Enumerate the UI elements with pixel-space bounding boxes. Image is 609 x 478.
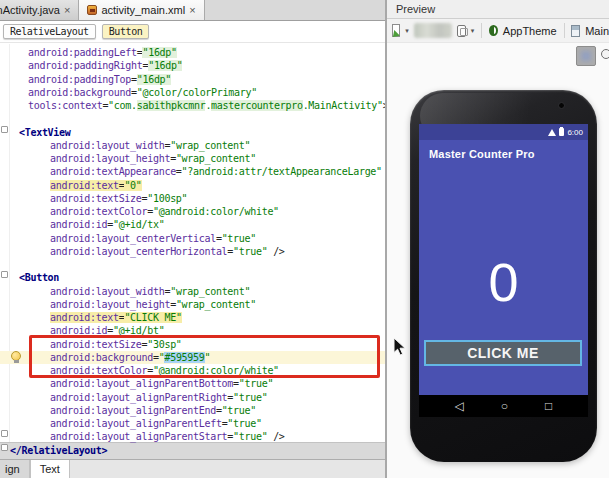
theme-icon <box>489 25 498 36</box>
code-line: android:layout_alignParentBottom="true" <box>0 377 385 390</box>
tab-label: ainActivity.java <box>0 4 60 16</box>
intention-bulb-icon[interactable] <box>11 351 21 364</box>
render-config-icon[interactable] <box>392 24 400 37</box>
home-icon: ○ <box>501 400 508 412</box>
layout-body: 0 CLICK ME <box>419 168 588 395</box>
code-line: android:textSize="100sp" <box>0 192 385 205</box>
fold-marker-icon[interactable] <box>1 444 8 451</box>
recents-icon: □ <box>545 400 552 412</box>
code-line: android:textColor="@android:color/white" <box>0 205 385 218</box>
code-line: android:layout_alignParentRight="true" <box>0 391 385 404</box>
code-line: android:layout_alignParentLeft="true" <box>0 417 385 430</box>
code-line: android:layout_height="wrap_content" <box>0 152 385 165</box>
close-icon[interactable]: × <box>189 5 195 16</box>
code-line: android:layout_width="wrap_content" <box>0 139 385 152</box>
tab-design-label: ign <box>5 463 20 475</box>
code-line: android:layout_alignParentStart="true" /… <box>0 430 385 443</box>
code-line: android:layout_alignParentEnd="true" <box>0 404 385 417</box>
tab-label: activity_main.xml <box>101 4 185 16</box>
xml-code-editor[interactable]: android:paddingLeft="16dp"android:paddin… <box>0 44 385 459</box>
toolbar-separator <box>564 23 565 38</box>
device-selector-blurred[interactable] <box>414 23 452 38</box>
tab-text[interactable]: Text <box>30 460 70 478</box>
code-line: android:text="CLICK ME" <box>0 311 385 324</box>
fold-marker-icon[interactable] <box>1 126 8 133</box>
code-line <box>0 112 385 125</box>
code-line: android:paddingRight="16dp" <box>0 59 385 72</box>
code-line: android:background="@color/colorPrimary" <box>0 86 385 99</box>
code-line: android:paddingTop="16dp" <box>0 73 385 86</box>
wifi-icon <box>548 129 556 136</box>
tab-activity-main-xml[interactable]: activity_main.xml × <box>79 0 204 20</box>
battery-icon <box>559 128 564 136</box>
code-line: android:text="0" <box>0 179 385 192</box>
editor-mode-tabs: ign Text <box>0 459 385 478</box>
close-icon[interactable]: × <box>64 5 70 16</box>
counter-textview[interactable]: 0 <box>488 255 518 309</box>
preview-pane: Preview ▾ ▾ AppTheme Main <box>385 0 609 478</box>
preview-panel-title: Preview <box>387 0 609 19</box>
phone-screen: 6:00 Master Counter Pro 0 CLICK ME ◁ ○ □ <box>419 124 588 417</box>
clickme-button[interactable]: CLICK ME <box>424 340 582 366</box>
breadcrumb: RelativeLayout Button <box>0 21 385 43</box>
chevron-down-icon[interactable]: ▾ <box>405 27 409 35</box>
breadcrumb-button[interactable]: Button <box>102 24 150 39</box>
fold-marker-icon[interactable] <box>1 271 8 278</box>
android-studio-window: ainActivity.java × activity_main.xml × R… <box>0 0 609 478</box>
orientation-icon[interactable] <box>457 25 466 37</box>
status-time: 6:00 <box>567 128 583 137</box>
activity-selector[interactable]: Main <box>585 25 609 37</box>
fold-marker-icon[interactable] <box>1 430 8 437</box>
code-line: tools:context="com.sabithpkcmnr.masterco… <box>0 99 385 112</box>
zoom-icon[interactable] <box>601 49 609 61</box>
chevron-down-icon[interactable]: ▾ <box>471 27 475 35</box>
editor-tab-bar: ainActivity.java × activity_main.xml × <box>0 0 385 21</box>
editor-pane: ainActivity.java × activity_main.xml × R… <box>0 0 385 478</box>
preview-option-button[interactable] <box>576 46 596 66</box>
back-icon: ◁ <box>455 400 464 412</box>
code-line: android:layout_centerVertical="true" <box>0 232 385 245</box>
code-line <box>0 258 385 271</box>
tab-text-label: Text <box>40 463 60 475</box>
xml-file-icon <box>87 5 97 15</box>
code-line: android:layout_centerHorizontal="true" /… <box>0 245 385 258</box>
preview-canvas: 6:00 Master Counter Pro 0 CLICK ME ◁ ○ □ <box>387 43 609 478</box>
app-bar-title: Master Counter Pro <box>419 140 588 168</box>
breadcrumb-relativelayout[interactable]: RelativeLayout <box>3 24 96 39</box>
code-line: android:layout_width="wrap_content" <box>0 285 385 298</box>
status-bar: 6:00 <box>419 124 588 140</box>
nav-bar: ◁ ○ □ <box>419 395 588 417</box>
toolbar-separator <box>481 23 482 38</box>
theme-selector[interactable]: AppTheme <box>503 25 557 37</box>
code-line: android:layout_height="wrap_content" <box>0 298 385 311</box>
code-line: </RelativeLayout> <box>0 444 385 457</box>
tab-mainactivity-java[interactable]: ainActivity.java × <box>0 0 79 20</box>
camera-icon <box>558 102 565 109</box>
code-line: <Button <box>0 271 385 284</box>
preview-toolbar: ▾ ▾ AppTheme Main <box>387 19 609 43</box>
mouse-cursor <box>393 337 406 356</box>
annotation-red-box <box>29 335 380 378</box>
activity-icon <box>571 25 580 37</box>
phone-mockup: 6:00 Master Counter Pro 0 CLICK ME ◁ ○ □ <box>410 90 597 462</box>
code-line: android:id="@+id/tx" <box>0 218 385 231</box>
code-line: android:paddingLeft="16dp" <box>0 46 385 59</box>
code-lines: android:paddingLeft="16dp"android:paddin… <box>0 46 385 457</box>
tab-design[interactable]: ign <box>0 460 30 478</box>
code-line: <TextView <box>0 126 385 139</box>
code-line: android:textAppearance="?android:attr/te… <box>0 165 385 178</box>
